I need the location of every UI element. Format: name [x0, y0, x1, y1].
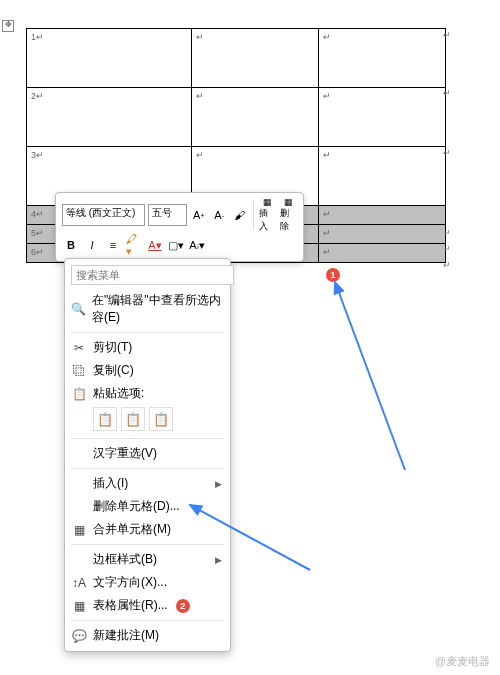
callout-badge-2: 2 [176, 599, 190, 613]
paste-option-1[interactable]: 📋 [93, 407, 117, 431]
menu-paste-options-label: 📋粘贴选项: [65, 382, 230, 405]
bold-button[interactable]: B [62, 236, 80, 254]
menu-insert[interactable]: 插入(I)▶ [65, 472, 230, 495]
table-move-handle[interactable]: ✥ [2, 20, 14, 32]
table-row[interactable]: 1↵↵↵ [27, 29, 446, 88]
decrease-font-button[interactable]: A- [210, 206, 227, 224]
table-properties-icon: ▦ [71, 599, 87, 613]
chevron-right-icon: ▶ [215, 479, 222, 489]
align-button[interactable]: ≡ [104, 236, 122, 254]
menu-copy[interactable]: ⿻复制(C) [65, 359, 230, 382]
paste-options-row: 📋 📋 📋 [65, 405, 230, 435]
delete-button[interactable]: ▦ 删除 [280, 197, 297, 233]
scissors-icon: ✂ [71, 341, 87, 355]
comment-icon: 💬 [71, 629, 87, 643]
copy-icon: ⿻ [71, 364, 87, 378]
border-button[interactable]: ▢▾ [167, 236, 185, 254]
font-color-button[interactable]: A▾ [146, 236, 164, 254]
menu-search-input[interactable] [71, 265, 234, 285]
style-button[interactable]: Aᵢ▾ [188, 236, 206, 254]
menu-text-direction[interactable]: ↕A文字方向(X)... [65, 571, 230, 594]
increase-font-button[interactable]: A+ [190, 206, 207, 224]
table-row[interactable]: 2↵↵↵ [27, 88, 446, 147]
format-painter-button[interactable]: 🖌 [231, 206, 248, 224]
menu-delete-cells[interactable]: 删除单元格(D)... [65, 495, 230, 518]
paste-icon: 📋 [71, 387, 87, 401]
paste-option-2[interactable]: 📋 [121, 407, 145, 431]
table-insert-icon: ▦ [263, 197, 272, 207]
menu-border-styles[interactable]: 边框样式(B)▶ [65, 548, 230, 571]
callout-badge-1: 1 [326, 268, 340, 282]
font-selector[interactable]: 等线 (西文正文) [62, 204, 145, 226]
insert-button[interactable]: ▦ 插入 [259, 197, 276, 233]
context-menu: 🔍在"编辑器"中查看所选内容(E) ✂剪切(T) ⿻复制(C) 📋粘贴选项: 📋… [64, 258, 231, 652]
svg-line-0 [335, 282, 405, 470]
chevron-right-icon: ▶ [215, 555, 222, 565]
table-delete-icon: ▦ [284, 197, 293, 207]
lookup-icon: 🔍 [71, 302, 86, 316]
menu-editor-lookup[interactable]: 🔍在"编辑器"中查看所选内容(E) [65, 289, 230, 329]
watermark: @麦麦电器 [435, 654, 490, 669]
menu-table-properties[interactable]: ▦表格属性(R)...2 [65, 594, 230, 617]
menu-new-comment[interactable]: 💬新建批注(M) [65, 624, 230, 647]
merge-icon: ▦ [71, 523, 87, 537]
font-size-selector[interactable]: 五号 [148, 204, 187, 226]
text-direction-icon: ↕A [71, 576, 87, 590]
highlight-button[interactable]: 🖍▾ [125, 236, 143, 254]
menu-cut[interactable]: ✂剪切(T) [65, 336, 230, 359]
menu-chinese-reselect[interactable]: 汉字重选(V) [65, 442, 230, 465]
paste-option-3[interactable]: 📋 [149, 407, 173, 431]
menu-merge-cells[interactable]: ▦合并单元格(M) [65, 518, 230, 541]
italic-button[interactable]: I [83, 236, 101, 254]
mini-toolbar: 等线 (西文正文) 五号 A+ A- 🖌 ▦ 插入 ▦ 删除 B I ≡ 🖍▾ … [55, 192, 304, 262]
